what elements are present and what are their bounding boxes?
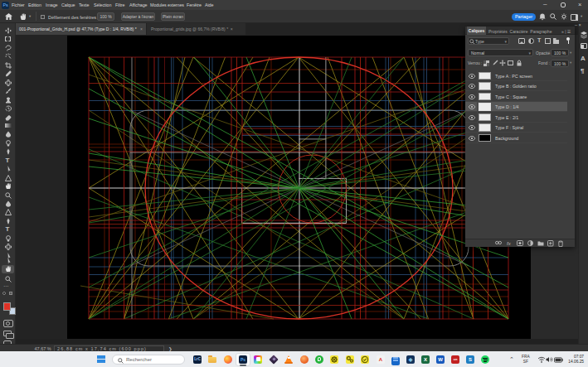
- svg-text:fx: fx: [507, 241, 512, 246]
